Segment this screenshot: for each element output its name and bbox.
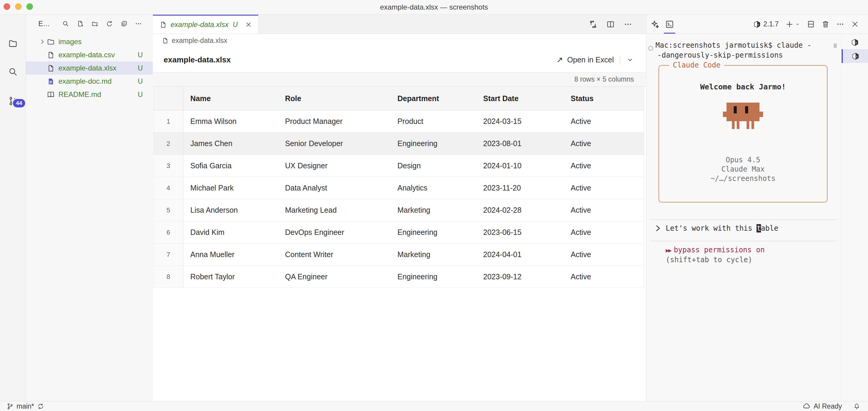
- table-cell[interactable]: Marketing: [391, 244, 476, 266]
- table-cell[interactable]: Marketing Lead: [278, 199, 391, 222]
- row-number[interactable]: 4: [153, 177, 183, 199]
- table-cell[interactable]: Active: [564, 110, 644, 133]
- open-external-icon: ↗: [557, 55, 563, 64]
- more-actions-icon[interactable]: [135, 20, 142, 28]
- terminal-instance-tab-selected[interactable]: $: [842, 49, 868, 63]
- row-number[interactable]: 7: [153, 244, 183, 266]
- close-panel-icon[interactable]: [851, 20, 859, 28]
- terminal-tab[interactable]: [665, 15, 674, 34]
- table-cell[interactable]: Engineering: [391, 222, 476, 244]
- tree-item-example-doc-md[interactable]: example-doc.md U: [26, 75, 153, 88]
- table-cell[interactable]: Senior Developer: [278, 133, 391, 155]
- table-cell[interactable]: Product: [391, 110, 476, 133]
- table-cell[interactable]: 2023-09-12: [476, 266, 564, 288]
- table-cell[interactable]: Engineering: [391, 133, 476, 155]
- corner-header-cell: [153, 87, 183, 110]
- table-cell[interactable]: 2023-08-01: [476, 133, 564, 155]
- column-header[interactable]: Role: [278, 87, 391, 110]
- new-file-icon[interactable]: [77, 20, 84, 28]
- table-cell[interactable]: Active: [564, 266, 644, 288]
- table-cell[interactable]: Analytics: [391, 177, 476, 199]
- table-cell[interactable]: Active: [564, 177, 644, 199]
- table-cell[interactable]: Design: [391, 155, 476, 177]
- git-status-badge: U: [137, 64, 144, 72]
- collapse-all-icon[interactable]: [121, 20, 128, 28]
- column-header[interactable]: Start Date: [476, 87, 564, 110]
- table-cell[interactable]: Anna Mueller: [183, 244, 278, 266]
- open-changes-icon[interactable]: [589, 20, 597, 29]
- permission-mode-label: bypass permissions on: [674, 246, 765, 254]
- sync-icon[interactable]: [37, 403, 44, 410]
- sparkle-ai-icon[interactable]: [651, 20, 660, 29]
- table-dimensions: 8 rows × 5 columns: [574, 75, 634, 83]
- new-terminal-button[interactable]: [785, 20, 800, 29]
- table-cell[interactable]: Active: [564, 133, 644, 155]
- breadcrumb[interactable]: example-data.xlsx: [153, 34, 646, 48]
- table-cell[interactable]: QA Engineer: [278, 266, 391, 288]
- table-cell[interactable]: Active: [564, 222, 644, 244]
- tree-item-images[interactable]: images: [26, 35, 153, 48]
- row-number[interactable]: 8: [153, 266, 183, 288]
- column-header[interactable]: Status: [564, 87, 644, 110]
- column-header[interactable]: Name: [183, 87, 278, 110]
- table-cell[interactable]: Data Analyst: [278, 177, 391, 199]
- table-cell[interactable]: UX Designer: [278, 155, 391, 177]
- table-cell[interactable]: 2024-02-28: [476, 199, 564, 222]
- table-cell[interactable]: Emma Wilson: [183, 110, 278, 133]
- notifications-bell-icon[interactable]: [853, 403, 860, 410]
- search-files-icon[interactable]: [62, 20, 69, 28]
- tree-item-example-data-xlsx[interactable]: example-data.xlsx U: [26, 61, 153, 75]
- table-cell[interactable]: 2023-06-15: [476, 222, 564, 244]
- permission-mode-indicator[interactable]: ▶▶bypass permissions on: [666, 246, 765, 254]
- table-cell[interactable]: 2024-01-10: [476, 155, 564, 177]
- ai-ready-status[interactable]: AI Ready: [803, 402, 842, 410]
- table-cell[interactable]: Robert Taylor: [183, 266, 278, 288]
- table-cell[interactable]: Engineering: [391, 266, 476, 288]
- claude-prompt-input[interactable]: Let's work with this table: [655, 224, 778, 233]
- table-cell[interactable]: Marketing: [391, 199, 476, 222]
- open-in-excel-button[interactable]: ↗ Open in Excel: [557, 55, 614, 64]
- table-cell[interactable]: 2024-03-15: [476, 110, 564, 133]
- table-cell[interactable]: 2023-11-20: [476, 177, 564, 199]
- search-icon[interactable]: [8, 67, 18, 77]
- refresh-icon[interactable]: [106, 20, 113, 28]
- row-number[interactable]: 2: [153, 133, 183, 155]
- table-cell[interactable]: Content Writer: [278, 244, 391, 266]
- chevron-down-icon[interactable]: [795, 22, 800, 27]
- terminal-instance-tab[interactable]: $: [842, 35, 868, 49]
- table-cell[interactable]: Michael Park: [183, 177, 278, 199]
- table-cell[interactable]: Sofia Garcia: [183, 155, 278, 177]
- tree-item-example-data-csv[interactable]: example-data.csv U: [26, 48, 153, 61]
- prompt-divider-bottom: [650, 241, 837, 241]
- chevron-right-icon[interactable]: [38, 38, 47, 45]
- tab-example-data-xlsx[interactable]: example-data.xlsx U: [153, 15, 258, 34]
- table-cell[interactable]: James Chen: [183, 133, 278, 155]
- more-actions-icon[interactable]: [836, 20, 844, 28]
- table-cell[interactable]: David Kim: [183, 222, 278, 244]
- git-branch-status[interactable]: main*: [7, 402, 44, 410]
- close-tab-icon[interactable]: [245, 21, 252, 28]
- new-folder-icon[interactable]: [91, 20, 99, 28]
- row-number[interactable]: 3: [153, 155, 183, 177]
- scrollbar-thumb[interactable]: [834, 43, 837, 48]
- version-label: 2.1.7: [764, 20, 779, 28]
- table-cell[interactable]: Active: [564, 155, 644, 177]
- row-number[interactable]: 1: [153, 110, 183, 133]
- table-cell[interactable]: Lisa Anderson: [183, 199, 278, 222]
- chevron-down-icon[interactable]: [626, 56, 634, 64]
- table-cell[interactable]: DevOps Engineer: [278, 222, 391, 244]
- split-editor-icon[interactable]: [606, 20, 615, 29]
- title-bar: example-data.xlsx — screenshots: [0, 0, 868, 15]
- row-number[interactable]: 6: [153, 222, 183, 244]
- kill-terminal-icon[interactable]: [822, 20, 830, 28]
- column-header[interactable]: Department: [391, 87, 476, 110]
- split-terminal-icon[interactable]: [807, 20, 815, 28]
- explorer-icon[interactable]: [8, 39, 18, 48]
- table-cell[interactable]: Product Manager: [278, 110, 391, 133]
- tree-item-readme-md[interactable]: README.md U: [26, 88, 153, 101]
- table-cell[interactable]: 2024-04-01: [476, 244, 564, 266]
- more-actions-icon[interactable]: [624, 20, 632, 29]
- table-cell[interactable]: Active: [564, 244, 644, 266]
- table-cell[interactable]: Active: [564, 199, 644, 222]
- row-number[interactable]: 5: [153, 199, 183, 222]
